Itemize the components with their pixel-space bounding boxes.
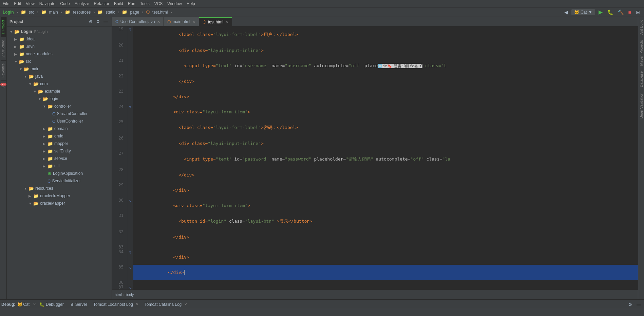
debug-tab-debugger[interactable]: 🐛 Debugger bbox=[37, 300, 67, 309]
tree-item-selfEntity[interactable]: ▶ 📁 selfEntity bbox=[7, 147, 112, 155]
debug-button[interactable]: 🐛 bbox=[606, 9, 614, 16]
menu-tools[interactable]: Tools bbox=[140, 1, 150, 6]
right-tab-maven[interactable]: Maven Projects bbox=[639, 37, 644, 69]
tab-main-html[interactable]: ⬡ main.html ✕ bbox=[164, 17, 199, 26]
tag-23a: </div> bbox=[168, 94, 189, 99]
menu-run[interactable]: Run bbox=[128, 1, 135, 6]
minimize-debug-button[interactable]: — bbox=[635, 301, 643, 308]
menu-view[interactable]: View bbox=[26, 1, 35, 6]
close-debug-button[interactable]: ✕ bbox=[33, 302, 36, 306]
layout-button[interactable]: ⊞ bbox=[634, 9, 641, 16]
debug-tab-tomcat-catalina[interactable]: Tomcat Catalina Log ✕ bbox=[142, 300, 190, 309]
line-num-20: 20 bbox=[112, 43, 127, 58]
tree-item-ServletInitializer[interactable]: C ServletInitializer bbox=[7, 177, 112, 185]
menu-navigate[interactable]: Navigate bbox=[39, 1, 55, 6]
tree-item-domain[interactable]: ▶ 📁 domain bbox=[7, 125, 112, 132]
tree-item-oraclecluMapper[interactable]: ▶ 📁 oraclecluMapper bbox=[7, 192, 112, 200]
sidebar-tab-favorites[interactable]: Favorites bbox=[1, 60, 6, 80]
breadcrumb-main[interactable]: main bbox=[49, 10, 58, 15]
line-num-22: 22 bbox=[112, 74, 127, 89]
path-body[interactable]: body bbox=[126, 293, 134, 297]
tree-item-login[interactable]: ▼ 📂 Login F:\Login bbox=[7, 28, 112, 35]
tree-item-example[interactable]: ▼ 📂 example bbox=[7, 88, 112, 95]
close-tab-main-html[interactable]: ✕ bbox=[192, 20, 195, 24]
right-tab-database[interactable]: Database bbox=[639, 69, 644, 90]
folder-page-icon: 📁 bbox=[122, 10, 127, 15]
menu-file[interactable]: File bbox=[3, 1, 9, 6]
tree-item-service[interactable]: ▶ 📁 service bbox=[7, 155, 112, 162]
tag-25a: <label class= bbox=[168, 125, 213, 130]
menu-build[interactable]: Build bbox=[114, 1, 123, 6]
tree-arrow-src: ▼ bbox=[14, 60, 19, 63]
code-editor[interactable]: 19 ▽ <label class="layui-form-label">用户：… bbox=[112, 26, 638, 290]
tree-item-java[interactable]: ▼ 📂 java bbox=[7, 73, 112, 80]
breadcrumb: Login › 📁 src › 📁 main › 📁 resources › 📁… bbox=[3, 10, 173, 15]
folder-icon-login-pkg: 📂 bbox=[43, 96, 48, 101]
tree-item-com[interactable]: ▼ 📂 com bbox=[7, 80, 112, 88]
tab-UserController[interactable]: C UserController.java ✕ bbox=[112, 17, 164, 26]
tree-item-LoginApplication[interactable]: ⚙ LoginApplication bbox=[7, 170, 112, 177]
attr-21a: id= bbox=[232, 63, 242, 68]
path-html[interactable]: html bbox=[115, 293, 122, 297]
tree-item-main[interactable]: ▼ 📂 main bbox=[7, 65, 112, 73]
build-button[interactable]: 🔨 bbox=[617, 9, 625, 16]
tree-item-UserController[interactable]: C UserController bbox=[7, 117, 112, 125]
tree-item-druid[interactable]: ▶ 📁 druid bbox=[7, 132, 112, 140]
menu-help[interactable]: Help bbox=[187, 1, 195, 6]
breadcrumb-static[interactable]: static bbox=[106, 10, 115, 15]
close-tomcat-localhost[interactable]: ✕ bbox=[136, 302, 138, 306]
code-line-32: 32 </div> bbox=[112, 229, 638, 245]
cat-dropdown[interactable]: 🐱 Cat ▼ bbox=[571, 9, 595, 15]
menu-code[interactable]: Code bbox=[60, 1, 70, 6]
sidebar-tab-structure[interactable]: 2: Structure bbox=[1, 37, 6, 60]
tree-item-node-modules[interactable]: ▶ 📁 node_modules bbox=[7, 50, 112, 58]
menu-refactor[interactable]: Refactor bbox=[94, 1, 109, 6]
code-line-24: 24 ▽ <div class="layui-form-item"> bbox=[112, 104, 638, 119]
breadcrumb-testhtml[interactable]: test.html bbox=[152, 10, 168, 15]
right-tab-ant[interactable]: Ant Build bbox=[639, 17, 644, 37]
stop-button[interactable]: ■ bbox=[627, 9, 632, 16]
breadcrumb-page[interactable]: page bbox=[130, 10, 139, 15]
breadcrumb-login[interactable]: Login bbox=[3, 10, 14, 15]
code-line-29: 29 </div> bbox=[112, 183, 638, 198]
sync-button[interactable]: ⊕ bbox=[88, 19, 94, 24]
tree-item-login-pkg[interactable]: ▼ 📂 login bbox=[7, 95, 112, 103]
code-line-23: 23 </div> bbox=[112, 89, 638, 104]
gutter-mark-37: ▽ bbox=[129, 286, 131, 290]
tree-item-util[interactable]: ▶ 📁 util bbox=[7, 162, 112, 170]
tree-item-oracleMapper[interactable]: ▼ 📂 oracleMapper bbox=[7, 200, 112, 207]
right-tab-bean[interactable]: Bean Validation bbox=[639, 90, 644, 121]
tree-item-mvn[interactable]: ▶ 📁 .mvn bbox=[7, 43, 112, 50]
code-line-34: 34 ▽ </div> bbox=[112, 249, 638, 265]
settings-debug-button[interactable]: ⚙ bbox=[627, 301, 634, 308]
collapse-sidebar-button[interactable]: — bbox=[102, 19, 109, 24]
menu-analyze[interactable]: Analyze bbox=[75, 1, 89, 6]
tag-29a: </div> bbox=[168, 188, 189, 193]
sidebar-tab-project[interactable]: 1: Project bbox=[1, 17, 6, 37]
tree-item-src[interactable]: ▼ 📂 src bbox=[7, 58, 112, 65]
tab-test-html[interactable]: ⬡ test.html ✕ bbox=[199, 17, 232, 26]
sidebar-tab-3[interactable]: 3 3 bbox=[1, 80, 6, 91]
breadcrumb-resources[interactable]: resources bbox=[73, 10, 91, 15]
tree-item-controller[interactable]: ▼ 📂 controller bbox=[7, 103, 112, 110]
tree-item-idea[interactable]: ▶ 📁 .idea bbox=[7, 35, 112, 43]
close-tab-UserController[interactable]: ✕ bbox=[157, 20, 160, 24]
menu-window[interactable]: Window bbox=[167, 1, 182, 6]
tomcat-localhost-label: Tomcat Localhost Log bbox=[93, 302, 133, 307]
menu-vcs[interactable]: VCS bbox=[154, 1, 163, 6]
run-button[interactable]: ▶ bbox=[597, 8, 604, 16]
debug-tab-server[interactable]: 🖥 Server bbox=[67, 300, 90, 309]
close-tab-test-html[interactable]: ✕ bbox=[225, 20, 228, 24]
tree-item-mapper[interactable]: ▶ 📁 mapper bbox=[7, 140, 112, 147]
line-num-36: 36 bbox=[112, 280, 127, 285]
settings-button[interactable]: ⚙ bbox=[95, 19, 101, 24]
breadcrumb-src[interactable]: src bbox=[29, 10, 34, 15]
close-tomcat-catalina[interactable]: ✕ bbox=[184, 302, 187, 306]
back-button[interactable]: ◀ bbox=[563, 9, 569, 16]
folder-icon-src: 📂 bbox=[19, 59, 24, 64]
tree-item-resources[interactable]: ▼ 📂 resources bbox=[7, 185, 112, 192]
debug-tab-tomcat-localhost[interactable]: Tomcat Localhost Log ✕ bbox=[91, 300, 141, 309]
tree-item-StreamController[interactable]: C StreamController bbox=[7, 110, 112, 117]
menu-edit[interactable]: Edit bbox=[14, 1, 21, 6]
gutter-34: ▽ bbox=[127, 249, 133, 265]
